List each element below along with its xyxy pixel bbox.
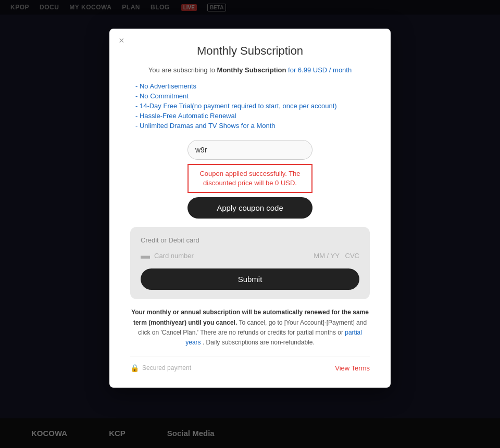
modal-close-button[interactable]: × [119,36,124,45]
lock-icon: 🔒 [130,364,139,372]
secured-payment-label: Secured payment [142,364,191,372]
card-number-label: Card number [154,252,314,260]
card-expiry-cvc: MM / YY CVC [314,252,359,260]
coupon-success-text: Coupon applied successfully. The discoun… [196,169,304,188]
subscription-modal: × Monthly Subscription You are subscribi… [109,29,391,388]
subtitle-post: for 6.99 USD / month [286,66,352,74]
modal-subtitle: You are subscribing to Monthly Subscript… [130,66,370,74]
feature-item-2: - No Commitment [135,92,370,100]
card-fields-row: ▬ Card number MM / YY CVC [141,250,359,261]
coupon-section: Coupon applied successfully. The discoun… [130,140,370,219]
subtitle-bold: Monthly Subscription [217,66,286,74]
secured-payment: 🔒 Secured payment [130,364,191,372]
coupon-success-message: Coupon applied successfully. The discoun… [188,164,312,193]
feature-item-5: - Unlimited Dramas and TV Shows for a Mo… [135,122,370,130]
card-expiry: MM / YY [314,252,339,260]
coupon-success-line1: Coupon applied successfully. The [199,170,300,177]
features-list: - No Advertisements - No Commitment - 14… [135,82,370,130]
subtitle-pre: You are subscribing to [148,66,217,74]
modal-title: Monthly Subscription [130,44,370,58]
card-icon: ▬ [141,250,150,261]
card-cvc: CVC [345,252,359,260]
modal-footer: 🔒 Secured payment View Terms [130,356,370,372]
terms-text: Your monthly or annual subscription will… [130,308,370,348]
submit-button[interactable]: Submit [141,268,359,290]
apply-coupon-button[interactable]: Apply coupon code [188,197,312,219]
card-section-title: Credit or Debit card [141,236,359,244]
card-section: Credit or Debit card ▬ Card number MM / … [130,227,370,299]
view-terms-link[interactable]: View Terms [335,364,370,372]
feature-item-4: - Hassle-Free Automatic Renewal [135,112,370,120]
coupon-input[interactable] [188,140,312,160]
feature-item-3: - 14-Day Free Trial(no payment required … [135,102,370,110]
feature-item-1: - No Advertisements [135,82,370,90]
terms-normal-2: . Daily subscriptions are non-refundable… [203,339,315,346]
coupon-success-line2: discounted price will be 0 USD. [203,179,297,187]
